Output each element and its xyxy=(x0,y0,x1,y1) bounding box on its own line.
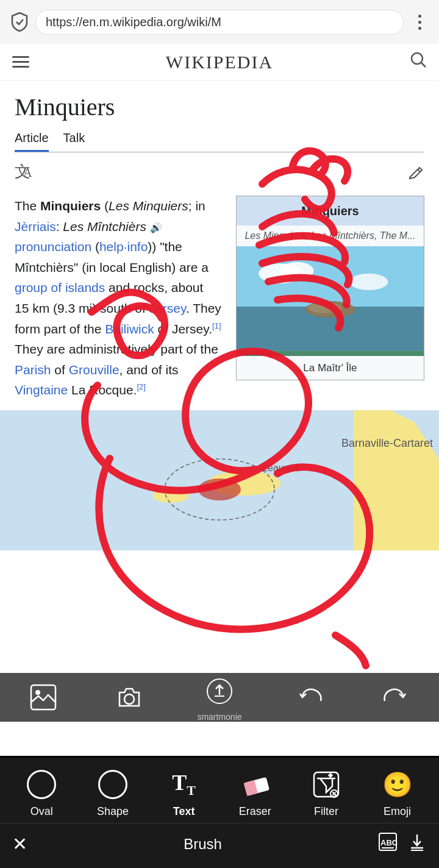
eraser-label: Eraser xyxy=(239,805,271,818)
edit-pencil-icon[interactable] xyxy=(407,164,424,185)
wikipedia-logo: Wikipedia xyxy=(166,52,273,73)
bottom-icons: ABC xyxy=(378,832,427,856)
svg-point-11 xyxy=(308,302,341,313)
svg-rect-19 xyxy=(31,685,55,710)
svg-text:Léauque: Léauque xyxy=(262,463,300,473)
brush-label: Brush xyxy=(184,836,222,853)
close-button[interactable]: ✕ xyxy=(12,833,27,855)
browser-bar: https://en.m.wikipedia.org/wiki/M xyxy=(0,0,439,44)
url-text: https://en.m.wikipedia.org/wiki/M xyxy=(46,15,221,29)
oval-label: Oval xyxy=(30,805,53,818)
emoji-icon: 🙂 xyxy=(380,767,415,802)
infobox-title: Minquiers xyxy=(237,196,424,226)
svg-text:A: A xyxy=(23,166,32,179)
infobox-subtitle: Les Minquiers, Les Mîntchièrs, The M... xyxy=(237,226,424,246)
translate-icon[interactable]: 文 A xyxy=(15,162,34,186)
shape-tool[interactable]: Shape xyxy=(85,767,140,818)
gallery-button[interactable] xyxy=(25,679,62,716)
tab-talk[interactable]: Talk xyxy=(63,131,85,152)
article-content: Minquiers Article Talk 文 A Minquiers Les… xyxy=(0,80,439,756)
wiki-hamburger-menu[interactable] xyxy=(12,56,29,68)
oval-tool[interactable]: Oval xyxy=(14,767,69,818)
svg-point-18 xyxy=(198,478,241,500)
filter-label: Filter xyxy=(314,805,338,818)
infobox-caption: La Maîtr' Île xyxy=(237,356,424,380)
share-button[interactable] xyxy=(201,673,238,710)
svg-point-0 xyxy=(412,53,423,64)
svg-text:Barnaville-Cartaret: Barnaville-Cartaret xyxy=(341,437,433,449)
emoji-smiley-icon: 🙂 xyxy=(382,770,413,799)
bottom-bar: ✕ Brush ABC xyxy=(0,823,439,868)
shape-icon xyxy=(96,767,130,802)
wiki-search-icon[interactable] xyxy=(410,51,427,73)
article-tabs: Article Talk xyxy=(15,131,424,152)
tab-article[interactable]: Article xyxy=(15,131,49,152)
url-bar[interactable]: https://en.m.wikipedia.org/wiki/M xyxy=(35,10,404,35)
eraser-icon xyxy=(238,767,272,802)
svg-line-4 xyxy=(418,169,420,172)
text-label: Text xyxy=(173,805,195,818)
shape-label: Shape xyxy=(97,805,129,818)
annotation-tools: Oval Shape TT Text Eraser xyxy=(0,758,439,823)
download-icon[interactable] xyxy=(407,832,427,856)
svg-point-9 xyxy=(349,273,388,290)
svg-point-20 xyxy=(35,690,40,695)
svg-line-1 xyxy=(421,63,426,67)
emoji-tool[interactable]: 🙂 Emoji xyxy=(370,767,425,818)
screenshot-toolbar: smartmonie xyxy=(0,673,439,722)
share-label: smartmonie xyxy=(197,712,241,722)
article-title: Minquiers xyxy=(15,93,424,121)
emoji-label: Emoji xyxy=(384,805,411,818)
filter-tool[interactable]: Filter xyxy=(299,767,354,818)
infobox-image xyxy=(237,246,424,356)
svg-text:ABC: ABC xyxy=(380,838,398,847)
undo-button[interactable] xyxy=(291,679,328,716)
share-button-group[interactable]: smartmonie xyxy=(197,673,241,722)
camera-button[interactable] xyxy=(111,679,148,716)
article-body: Minquiers Les Minquiers, Les Mîntchièrs,… xyxy=(15,196,424,400)
svg-point-21 xyxy=(124,694,134,704)
eraser-tool[interactable]: Eraser xyxy=(227,767,282,818)
text-tool[interactable]: TT Text xyxy=(157,767,212,818)
text-icon: TT xyxy=(167,767,201,802)
save-icon[interactable]: ABC xyxy=(378,832,398,856)
article-tools: 文 A xyxy=(15,162,424,186)
infobox: Minquiers Les Minquiers, Les Mîntchièrs,… xyxy=(236,196,424,380)
filter-icon xyxy=(309,767,343,802)
shield-icon xyxy=(10,12,29,32)
wikipedia-header: Wikipedia xyxy=(0,44,439,80)
annotation-toolbar: Oval Shape TT Text Eraser xyxy=(0,758,439,868)
text-tt-icon: TT xyxy=(172,770,196,799)
oval-icon xyxy=(24,767,59,802)
svg-point-14 xyxy=(152,488,189,503)
kebab-menu-icon[interactable] xyxy=(410,12,429,32)
redo-button[interactable] xyxy=(377,679,414,716)
svg-point-8 xyxy=(280,261,313,279)
map-area: Barnaville-Cartaret Léauque xyxy=(0,410,439,550)
